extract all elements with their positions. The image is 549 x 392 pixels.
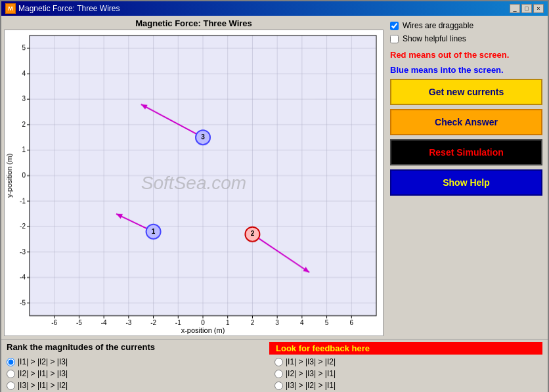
radio-left-2-input[interactable] [7,381,15,390]
chart-title: Magnetic Force: Three Wires [4,18,384,28]
app-icon: M [5,3,16,14]
check-answer-button[interactable]: Check Answer [390,109,542,135]
radio-right-2-input[interactable] [274,381,283,390]
radio-left-1-input[interactable] [7,370,15,378]
bottom-section: Rank the magnitudes of the currents Look… [1,339,548,392]
minimize-button[interactable]: _ [510,4,520,13]
radio-col-right: |I1| > |I3| > |I2| |I2| > |I3| > |I1| |I… [274,357,542,390]
radio-right-2-label: |I3| > |I2| > |I1| [286,381,336,390]
main-content: Magnetic Force: Three Wires SoftSea.com … [1,16,548,339]
radio-left-0-input[interactable] [7,358,15,366]
get-currents-button[interactable]: Get new currents [390,79,542,105]
wires-draggable-label: Wires are draggable [403,21,473,30]
blue-info: Blue means into the screen. [390,65,542,75]
red-info: Red means out of the screen. [390,50,542,60]
window-title: Magnetic Force: Three Wires [18,4,120,13]
radio-right-1-input[interactable] [274,370,283,378]
radio-col-left: |I1| > |I2| > |I3| |I2| > |I1| > |I3| |I… [7,357,274,390]
radio-left-2-label: |I3| > |I1| > |I2| [18,381,68,390]
feedback-box: Look for feedback here [269,342,542,355]
main-window: M Magnetic Force: Three Wires _ □ × Magn… [0,0,549,392]
radio-right-1-label: |I2| > |I3| > |I1| [286,369,336,378]
simulation-canvas[interactable] [5,30,383,336]
radio-right-2: |I3| > |I2| > |I1| [274,381,542,390]
radio-left-0-label: |I1| > |I2| > |I3| [18,357,68,366]
helpful-lines-label: Show helpful lines [403,34,466,43]
radio-columns: |I1| > |I2| > |I3| |I2| > |I1| > |I3| |I… [7,357,542,390]
rank-title: Rank the magnitudes of the currents [7,342,267,355]
helpful-lines-checkbox[interactable] [390,35,399,43]
wires-draggable-row: Wires are draggable [390,21,542,30]
radio-left-2: |I3| > |I1| > |I2| [7,381,274,390]
show-help-button[interactable]: Show Help [390,169,542,196]
close-button[interactable]: × [533,4,544,13]
radio-right-0-label: |I1| > |I3| > |I2| [286,357,336,366]
radio-right-0-input[interactable] [274,358,283,366]
maximize-button[interactable]: □ [521,4,532,13]
radio-right-1: |I2| > |I3| > |I1| [274,369,542,378]
wires-draggable-checkbox[interactable] [390,22,399,30]
radio-left-0: |I1| > |I2| > |I3| [7,357,274,366]
radio-right-0: |I1| > |I3| > |I2| [274,357,542,366]
left-panel: Magnetic Force: Three Wires SoftSea.com [4,18,384,336]
right-panel: Wires are draggable Show helpful lines R… [387,18,545,336]
bottom-row1: Rank the magnitudes of the currents Look… [7,342,542,355]
reset-simulation-button[interactable]: Reset Simulation [390,139,542,165]
radio-left-1: |I2| > |I1| > |I3| [7,369,274,378]
chart-area: SoftSea.com [4,30,384,336]
window-controls: _ □ × [510,4,544,13]
title-bar: M Magnetic Force: Three Wires _ □ × [1,1,548,16]
radio-left-1-label: |I2| > |I1| > |I3| [18,369,68,378]
helpful-lines-row: Show helpful lines [390,34,542,43]
